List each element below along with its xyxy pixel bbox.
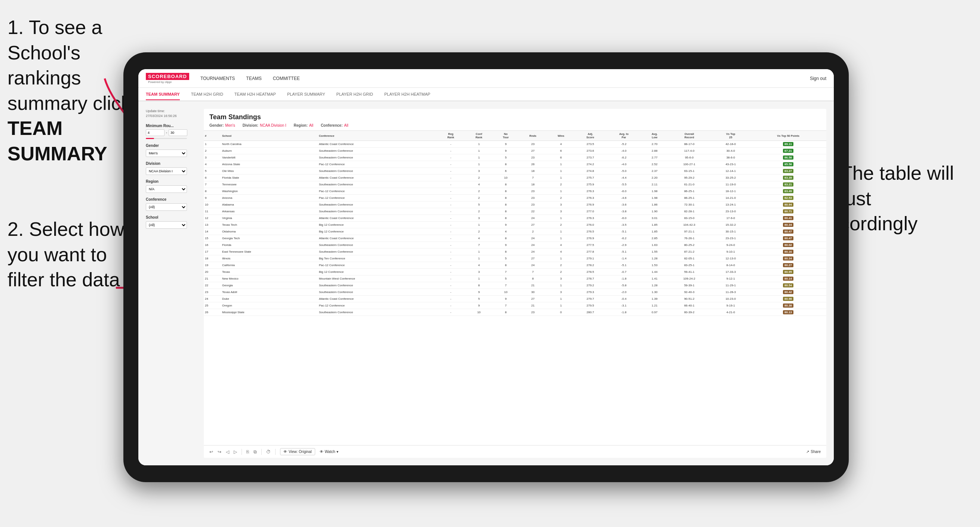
- cell-reg-rank: -: [437, 208, 465, 215]
- cell-vs-top50: 80.34: [750, 255, 826, 262]
- cell-rank: 1: [204, 141, 221, 148]
- tab-team-h2h-grid[interactable]: TEAM H2H GRID: [191, 89, 223, 100]
- table-row: 13 Texas Tech Big 12 Conference - 1 9 27…: [204, 222, 826, 229]
- cell-adj: -6.0: [606, 215, 642, 222]
- conference-chip-value[interactable]: All: [344, 123, 348, 127]
- cell-rnds: 23: [519, 202, 547, 208]
- cell-vs-top50: 83.39: [750, 175, 826, 181]
- rou-max-input[interactable]: [169, 129, 187, 136]
- nav-tournaments[interactable]: TOURNAMENTS: [200, 74, 235, 83]
- cell-overall: 86-25-1: [667, 188, 711, 195]
- toolbar-divider-2: [261, 449, 262, 455]
- conference-select[interactable]: (All): [146, 203, 187, 211]
- toolbar-divider-1: [242, 449, 242, 455]
- rou-slider[interactable]: [146, 138, 187, 139]
- rou-min-input[interactable]: [146, 129, 164, 136]
- division-select[interactable]: NCAA Division I NCAA Division II NCAA Di…: [146, 167, 187, 175]
- cell-wins: 1: [547, 168, 575, 175]
- school-select[interactable]: (All): [146, 221, 187, 229]
- cell-conference: Pac-12 Conference: [318, 302, 437, 309]
- cell-reg-rank: -: [437, 188, 465, 195]
- cell-score: 274.8: [575, 168, 606, 175]
- copy-icon[interactable]: ⎘: [247, 449, 249, 454]
- cell-adj: -4.4: [606, 175, 642, 181]
- cell-conf-rank: 1: [465, 222, 493, 229]
- clock-icon[interactable]: ⏱: [266, 449, 271, 454]
- cell-wins: 1: [547, 215, 575, 222]
- cell-rnds: 23: [519, 141, 547, 148]
- region-chip-value[interactable]: All: [309, 123, 313, 127]
- cell-score: 277.5: [575, 242, 606, 249]
- cell-rank: 24: [204, 296, 221, 302]
- tab-player-summary[interactable]: PLAYER SUMMARY: [287, 89, 325, 100]
- tab-team-h2h-heatmap[interactable]: TEAM H2H HEATMAP: [234, 89, 276, 100]
- cell-reg-rank: -: [437, 309, 465, 316]
- cell-avg-par: 1.85: [642, 222, 667, 229]
- share-button[interactable]: ↗ Share: [806, 450, 821, 454]
- cell-score: 278.2: [575, 262, 606, 269]
- watch-button[interactable]: 👁 Watch ▾: [320, 450, 339, 454]
- undo-icon[interactable]: ↩: [209, 449, 213, 454]
- nav-committee[interactable]: COMMITTEE: [273, 74, 300, 83]
- cell-wins: 3: [547, 202, 575, 208]
- cell-vs-top25: 38-6-0: [711, 154, 750, 161]
- cell-wins: 1: [547, 161, 575, 168]
- cell-school: Vanderbilt: [221, 154, 318, 161]
- cell-avg-par: 1.63: [642, 242, 667, 249]
- cell-reg-rank: -: [437, 154, 465, 161]
- table-row: 22 Georgia Southeastern Conference - 8 7…: [204, 282, 826, 289]
- cell-conf-rank: 3: [465, 269, 493, 275]
- cell-overall: 59-41-1: [667, 269, 711, 275]
- score-badge: 80.71: [783, 209, 794, 213]
- cell-rnds: 24: [519, 249, 547, 255]
- division-chip-value[interactable]: NCAA Division I: [260, 123, 286, 127]
- cell-rank: 15: [204, 235, 221, 242]
- table-row: 23 Texas A&M Southeastern Conference - 9…: [204, 289, 826, 296]
- cell-reg-rank: -: [437, 255, 465, 262]
- table-row: 18 Illinois Big Ten Conference - 1 5 27 …: [204, 255, 826, 262]
- score-badge: 80.34: [783, 223, 794, 227]
- duplicate-icon[interactable]: ⧉: [253, 449, 257, 454]
- cell-wins: 2: [547, 269, 575, 275]
- cell-school: Duke: [221, 296, 318, 302]
- logo-area: SCOREBOARD Powered by clippi: [146, 73, 189, 84]
- score-badge: 80.13: [783, 310, 794, 314]
- back-icon[interactable]: ◁: [226, 449, 229, 454]
- cell-avg-par: 2.85: [642, 235, 667, 242]
- cell-overall: 63-15-1: [667, 168, 711, 175]
- sign-out-link[interactable]: Sign out: [810, 76, 826, 81]
- cell-avg-par: 1.21: [642, 302, 667, 309]
- table-row: 7 Tennessee Southeastern Conference - 4 …: [204, 181, 826, 188]
- cell-no-tour: 5: [493, 154, 519, 161]
- gender-select[interactable]: Men's Women's: [146, 149, 187, 157]
- cell-no-tour: 8: [493, 195, 519, 202]
- tab-player-h2h-grid[interactable]: PLAYER H2H GRID: [337, 89, 373, 100]
- tab-player-h2h-heatmap[interactable]: PLAYER H2H HEATMAP: [384, 89, 430, 100]
- cell-vs-top50: 80.71: [750, 208, 826, 215]
- cell-overall: 117-4-0: [667, 148, 711, 154]
- cell-conference: Southeastern Conference: [318, 242, 437, 249]
- score-badge: 80.27: [783, 263, 794, 267]
- redo-icon[interactable]: ↪: [218, 449, 221, 454]
- cell-avg-par: 2.77: [642, 154, 667, 161]
- forward-icon[interactable]: ▷: [234, 449, 237, 454]
- table-row: 14 Oklahoma Big 12 Conference - 2 4 2 1 …: [204, 229, 826, 235]
- cell-rank: 26: [204, 309, 221, 316]
- cell-avg-par: 2.70: [642, 141, 667, 148]
- cell-school: Oregon: [221, 302, 318, 309]
- cell-rnds: 23: [519, 154, 547, 161]
- cell-score: 277.0: [575, 208, 606, 215]
- score-badge: 80.42: [783, 290, 794, 294]
- cell-avg-par: 2.52: [642, 161, 667, 168]
- cell-conf-rank: 7: [465, 242, 493, 249]
- nav-teams[interactable]: TEAMS: [246, 74, 261, 83]
- gender-chip-value[interactable]: Men's: [225, 123, 235, 127]
- view-original-button[interactable]: 👁 View: Original: [280, 448, 315, 455]
- watch-dropdown-icon: ▾: [337, 450, 338, 454]
- score-badge: 89.11: [783, 142, 794, 146]
- cell-conference: Big 12 Conference: [318, 229, 437, 235]
- region-select[interactable]: N/A All: [146, 186, 187, 193]
- cell-reg-rank: -: [437, 222, 465, 229]
- cell-avg-par: 1.85: [642, 229, 667, 235]
- tab-team-summary[interactable]: TEAM SUMMARY: [146, 89, 180, 100]
